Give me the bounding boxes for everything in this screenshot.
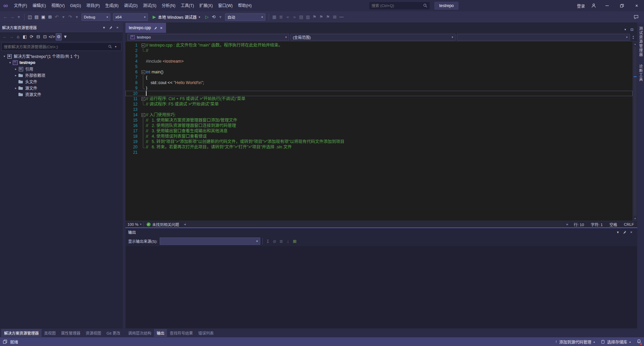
menu-item[interactable]: 编辑(E) xyxy=(30,3,49,8)
expander-icon[interactable]: ▸ xyxy=(13,86,18,90)
column-indicator[interactable]: 字符: 1 xyxy=(587,222,606,227)
se-forward-icon[interactable]: → xyxy=(8,33,14,41)
active-files-icon[interactable]: ▾ xyxy=(622,26,629,33)
menu-item[interactable]: 生成(B) xyxy=(103,3,121,8)
pin-icon[interactable] xyxy=(621,229,628,235)
window-switch-icon[interactable]: ◫ xyxy=(27,13,33,21)
save-all-icon[interactable]: ⊞ xyxy=(47,13,53,21)
platform-dropdown[interactable]: x64▾ xyxy=(113,13,148,21)
code-line[interactable]: 1// testrepo.cpp : 此文件包含 "main" 函数。程序执行将… xyxy=(125,43,633,48)
code-line[interactable]: 15// 1. 使用解决方案资源管理器窗口添加/管理文件 xyxy=(125,118,633,123)
account-icon[interactable] xyxy=(591,3,596,8)
se-back-icon[interactable]: ← xyxy=(2,33,8,41)
scroll-up-icon[interactable]: ▲ xyxy=(633,42,637,46)
sign-in-button[interactable]: 登录 xyxy=(577,3,585,9)
indent-increase-icon[interactable]: » xyxy=(291,13,298,21)
close-button[interactable]: × xyxy=(629,0,644,11)
solution-search-input[interactable] xyxy=(4,45,108,49)
code-line[interactable]: 17// 3. 使用输出窗口查看生成输出和其他消息 xyxy=(125,128,633,134)
tool-tab[interactable]: 调用层次结构 xyxy=(125,329,154,337)
close-icon[interactable]: × xyxy=(628,229,635,235)
bookmark-prev-icon[interactable]: ⚑ xyxy=(318,13,324,21)
dropdown-icon[interactable]: ▾ xyxy=(16,13,22,21)
window-menu-icon[interactable]: ▾ xyxy=(614,229,621,235)
save-icon[interactable]: ▣ xyxy=(40,13,46,21)
tool-tab[interactable]: 类视图 xyxy=(42,329,59,337)
menu-item[interactable]: 测试(S) xyxy=(140,3,159,8)
scroll-right-icon[interactable]: ▶ xyxy=(567,223,568,226)
menu-item[interactable]: 分析(N) xyxy=(159,3,178,8)
select-repository-button[interactable]: 选择存储库 ▲ xyxy=(601,339,631,345)
fold-margin[interactable] xyxy=(141,96,146,101)
solution-explorer-search[interactable]: ▾ xyxy=(1,43,121,51)
menu-item[interactable]: 视图(V) xyxy=(49,3,67,8)
tool-tab[interactable]: 属性管理器 xyxy=(58,329,83,337)
start-debugging-button[interactable]: ▶ 本地 Windows 调试器 ▾ xyxy=(151,13,202,21)
scrollbar-thumb[interactable] xyxy=(634,47,637,216)
tree-item[interactable]: 头文件 xyxy=(0,78,123,85)
goto-message-icon[interactable]: ↧ xyxy=(265,237,271,245)
refresh-icon[interactable]: ⟳ xyxy=(29,33,35,41)
fold-margin[interactable] xyxy=(141,69,146,75)
type-scope-dropdown[interactable]: (全局范围) ▾ xyxy=(290,34,455,41)
tree-item[interactable]: 资源文件 xyxy=(0,91,123,97)
pin-icon[interactable] xyxy=(154,26,157,30)
vertical-scrollbar[interactable]: ▲ ▼ xyxy=(633,42,637,221)
dropdown-icon[interactable]: ▾ xyxy=(74,13,80,21)
undo-icon[interactable]: ↶ xyxy=(54,13,60,21)
tool-tab[interactable]: 输出 xyxy=(154,329,167,337)
indent-decrease-icon[interactable]: « xyxy=(285,13,291,21)
back-icon[interactable]: ← xyxy=(2,13,8,21)
code-line[interactable]: 2// xyxy=(125,48,633,53)
code-line[interactable]: 4#include <iostream> xyxy=(125,59,633,64)
add-to-source-control-button[interactable]: ↑ 添加到源代码管理 ▲ xyxy=(555,339,595,345)
expander-icon[interactable]: ▾ xyxy=(8,61,12,64)
filter-icon[interactable]: ▼ xyxy=(62,33,68,41)
code-line[interactable]: 8 std::cout << "Hello World!\n"; xyxy=(125,80,633,85)
dropdown-icon[interactable]: ▾ xyxy=(217,13,223,21)
tool-tab[interactable]: 查找符号结果 xyxy=(167,329,196,337)
close-icon[interactable]: × xyxy=(160,25,163,30)
menu-item[interactable]: 窗口(W) xyxy=(215,3,235,8)
bookmark-icon[interactable]: ⚑ xyxy=(312,13,318,21)
code-line[interactable]: 21 xyxy=(125,150,633,155)
fold-margin[interactable] xyxy=(141,112,146,118)
menu-item[interactable]: 扩展(X) xyxy=(197,3,215,8)
bookmark-next-icon[interactable]: ⚑ xyxy=(325,13,331,21)
code-line[interactable]: 9} xyxy=(125,85,633,91)
open-folder-icon[interactable]: ▤ xyxy=(34,13,40,21)
code-line[interactable]: 13 xyxy=(125,107,633,112)
member-scope-dropdown[interactable]: ▾ xyxy=(457,34,630,41)
tree-item[interactable]: ▸源文件 xyxy=(0,85,123,91)
close-icon[interactable]: × xyxy=(114,24,121,31)
columns-icon[interactable]: ▦ xyxy=(271,13,277,21)
fold-margin[interactable] xyxy=(141,43,146,48)
menu-item[interactable]: 工具(T) xyxy=(178,3,197,8)
output-content[interactable] xyxy=(126,246,637,328)
switch-view-icon[interactable]: ◧ xyxy=(22,33,28,41)
project-scope-dropdown[interactable]: testrepo ▾ xyxy=(127,34,289,41)
menu-item[interactable]: Git(G) xyxy=(67,3,84,8)
debug-target-dropdown[interactable]: 自动▾ xyxy=(225,13,265,21)
document-tab[interactable]: testrepo.cpp × xyxy=(125,23,166,33)
settings-icon[interactable]: ⚙ xyxy=(56,33,62,41)
search-input[interactable] xyxy=(371,4,423,8)
code-line[interactable]: 14// 入门使用技巧: xyxy=(125,112,633,118)
configuration-dropdown[interactable]: Debug▾ xyxy=(82,13,110,21)
tool-tab[interactable]: 资源视图 xyxy=(83,329,104,337)
float-window-icon[interactable]: ⊡ xyxy=(629,26,635,33)
expander-icon[interactable]: ▸ xyxy=(13,74,18,77)
line-ending-indicator[interactable]: CRLF xyxy=(621,222,637,226)
collapse-all-icon[interactable]: ⊟ xyxy=(35,33,41,41)
overflow-icon[interactable]: ⋯ xyxy=(338,13,344,21)
tree-item[interactable]: ▾解决方案"testrepo"(1 个项目/共 1 个) xyxy=(0,53,123,59)
background-tasks-icon[interactable] xyxy=(3,339,7,344)
expander-icon[interactable]: ▸ xyxy=(13,67,18,71)
code-line[interactable]: 12// 调试程序: F5 或调试 >“开始调试”菜单 xyxy=(125,101,633,107)
tool-tab[interactable]: 解决方案资源管理器 xyxy=(1,329,42,337)
clear-all-icon[interactable]: ⊘ xyxy=(272,237,278,245)
minimize-button[interactable] xyxy=(600,0,614,11)
search-icon[interactable] xyxy=(423,3,428,8)
code-line[interactable]: 20// 6. 将来，若要再次打开此项目，请转到“文件”>“打开”>“项目”并选… xyxy=(125,144,633,150)
search-icon[interactable] xyxy=(108,45,112,49)
